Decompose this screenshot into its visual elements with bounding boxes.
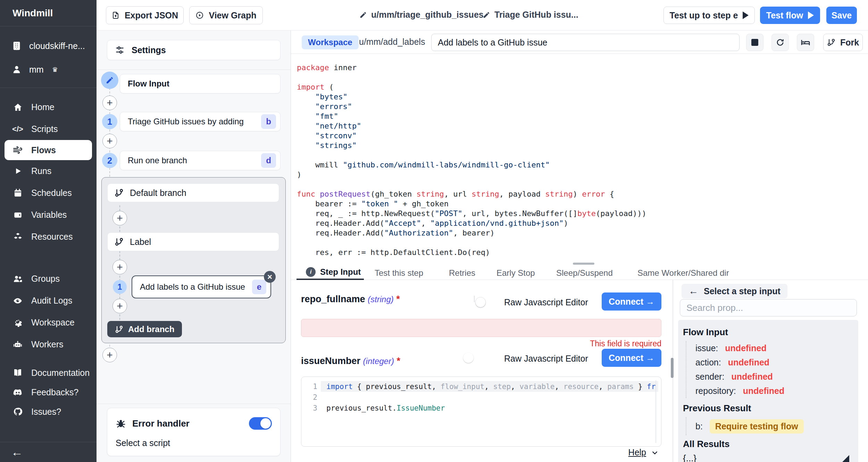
sidebar-item-runs[interactable]: Runs <box>0 160 97 182</box>
help-link[interactable]: Help <box>628 447 659 457</box>
flow-step-node[interactable]: Triage GitHub issues by adding labels ..… <box>120 112 281 131</box>
tab-same-worker[interactable]: Same Worker/Shared dir <box>637 268 729 278</box>
repo-fullname-input[interactable] <box>301 319 661 337</box>
tab-retries[interactable]: Retries <box>449 268 475 278</box>
js-expression-editor[interactable]: 1import { previous_result, flow_input, s… <box>301 377 661 447</box>
script-path[interactable]: u/mm/add_labels <box>359 37 425 47</box>
context-entry[interactable]: issue:undefined <box>695 341 853 355</box>
add-step-button[interactable]: + <box>102 96 117 110</box>
user-icon <box>12 65 22 74</box>
sidebar-item-workers[interactable]: Workers <box>0 333 97 355</box>
resize-handle[interactable] <box>842 455 849 462</box>
step-input-form: repo_fullname (string) * Raw Javascript … <box>291 280 673 462</box>
go-code: package inner import ( "bytes" "errors" … <box>297 63 646 257</box>
bed-icon <box>801 38 810 47</box>
bed-icon-button[interactable] <box>797 34 814 51</box>
raw-js-toggle[interactable] <box>474 296 475 302</box>
vertical-scrollbar[interactable] <box>671 358 674 378</box>
flow-summary-breadcrumb[interactable]: Triage GitHub issu... <box>483 10 578 20</box>
sidebar-item-variables[interactable]: Variables <box>0 204 97 226</box>
stop-button[interactable] <box>746 34 763 51</box>
step-editor: Workspace u/mm/add_labels Fork package i… <box>291 31 868 462</box>
default-branch-node[interactable]: Default branch <box>107 183 279 202</box>
context-entry[interactable]: sender:undefined <box>695 370 853 384</box>
sidebar-item-resources[interactable]: Resources <box>0 226 97 248</box>
sidebar-collapse[interactable]: ← <box>0 442 97 462</box>
sidebar-item-home[interactable]: Home <box>0 96 97 118</box>
tab-step-input[interactable]: i Step Input <box>306 267 361 277</box>
eye-icon <box>12 296 23 306</box>
gear-icon <box>12 318 23 328</box>
crown-icon: ♛ <box>52 66 58 74</box>
bug-icon <box>116 418 126 429</box>
user-menu[interactable]: mm ♛ <box>0 62 97 77</box>
refresh-button[interactable] <box>771 34 789 51</box>
connect-button[interactable]: Connect → <box>602 292 661 311</box>
sidebar-nav-help: Documentation Feedbacks? Issues? <box>0 363 97 421</box>
add-step-button[interactable]: + <box>102 134 117 148</box>
git-branch-icon <box>115 188 124 197</box>
flow-step-node[interactable]: Run one branch d <box>120 151 281 170</box>
context-entry[interactable]: action:undefined <box>695 355 853 370</box>
tab-early-stop[interactable]: Early Stop <box>496 268 535 278</box>
previous-result-section-title[interactable]: Previous Result <box>683 403 853 414</box>
arrow-left-icon: ← <box>11 445 23 459</box>
field-error: This field is required <box>291 339 661 348</box>
info-icon: i <box>306 267 316 277</box>
select-step-input-back[interactable]: ← Select a step input <box>682 284 787 298</box>
selected-step-node[interactable]: Add labels to a GitHub issue e ✕ <box>132 275 271 298</box>
flow-input-node[interactable]: Flow Input <box>120 74 281 93</box>
test-flow-button[interactable]: Test flow <box>760 7 820 24</box>
error-handler-card: Error handler Select a script <box>107 408 281 456</box>
sidebar-item-issues[interactable]: Issues? <box>0 402 97 421</box>
workspace-name: cloudskiff-ne... <box>29 41 85 51</box>
horizontal-scrollbar[interactable] <box>573 263 594 265</box>
close-icon[interactable]: ✕ <box>264 271 276 283</box>
add-branch-button[interactable]: Add branch <box>107 321 182 337</box>
step-id-badge: d <box>261 153 276 168</box>
fork-button[interactable]: Fork <box>823 34 863 51</box>
step-summary-input[interactable] <box>431 34 740 51</box>
sidebar-item-audit-logs[interactable]: Audit Logs <box>0 290 97 312</box>
save-button[interactable]: Save <box>826 7 857 24</box>
add-step-button[interactable]: + <box>102 348 117 362</box>
flow-input-edit-icon[interactable] <box>101 72 118 89</box>
flow-settings-button[interactable]: Settings <box>107 40 281 60</box>
step-id-badge: b <box>261 114 276 129</box>
test-up-to-step-button[interactable]: Test up to step e <box>663 7 755 24</box>
search-prop-input[interactable] <box>680 299 857 316</box>
error-handler-script[interactable]: Select a script <box>116 438 272 448</box>
connect-button[interactable]: Connect → <box>602 349 661 367</box>
add-step-button[interactable]: + <box>112 299 127 313</box>
sidebar-item-schedules[interactable]: Schedules <box>0 182 97 204</box>
context-entry[interactable]: repository:undefined <box>695 384 853 398</box>
sidebar-item-feedbacks[interactable]: Feedbacks? <box>0 382 97 402</box>
sidebar-item-scripts[interactable]: </> Scripts <box>0 118 97 140</box>
sidebar-item-groups[interactable]: Groups <box>0 268 97 290</box>
sidebar-item-documentation[interactable]: Documentation <box>0 363 97 382</box>
add-step-button[interactable]: + <box>112 260 127 274</box>
label-branch-node[interactable]: Label <box>107 232 279 251</box>
all-results-section-title[interactable]: All Results <box>683 439 853 449</box>
sidebar: Windmill cloudskiff-ne... mm ♛ Home </> … <box>0 0 97 462</box>
view-graph-button[interactable]: View Graph <box>189 6 263 24</box>
code-editor[interactable]: package inner import ( "bytes" "errors" … <box>291 54 868 266</box>
context-entry[interactable]: b: Require testing flow <box>695 417 853 435</box>
add-step-button[interactable]: + <box>112 211 127 225</box>
error-handler-toggle[interactable] <box>249 417 272 430</box>
tab-sleep-suspend[interactable]: Sleep/Suspend <box>556 268 613 278</box>
tab-test-this-step[interactable]: Test this step <box>375 268 423 278</box>
workspace-badge: Workspace <box>302 35 359 49</box>
highlighted-value: Require testing flow <box>710 419 804 434</box>
app-logo: Windmill <box>0 0 97 26</box>
export-json-button[interactable]: Export JSON <box>106 6 184 24</box>
chevron-down-icon <box>651 449 659 456</box>
flow-path-breadcrumb[interactable]: u/mm/triage_github_issues <box>359 10 484 20</box>
context-values: Flow Input issue:undefined action:undefi… <box>678 320 858 462</box>
flow-input-section-title[interactable]: Flow Input <box>683 327 853 338</box>
workspace-switcher[interactable]: cloudskiff-ne... <box>0 38 97 53</box>
sidebar-item-flows[interactable]: Flows <box>5 140 92 160</box>
all-results-json[interactable]: {...} <box>683 453 853 462</box>
sidebar-item-workspace[interactable]: Workspace <box>0 312 97 333</box>
refresh-icon <box>776 38 785 47</box>
